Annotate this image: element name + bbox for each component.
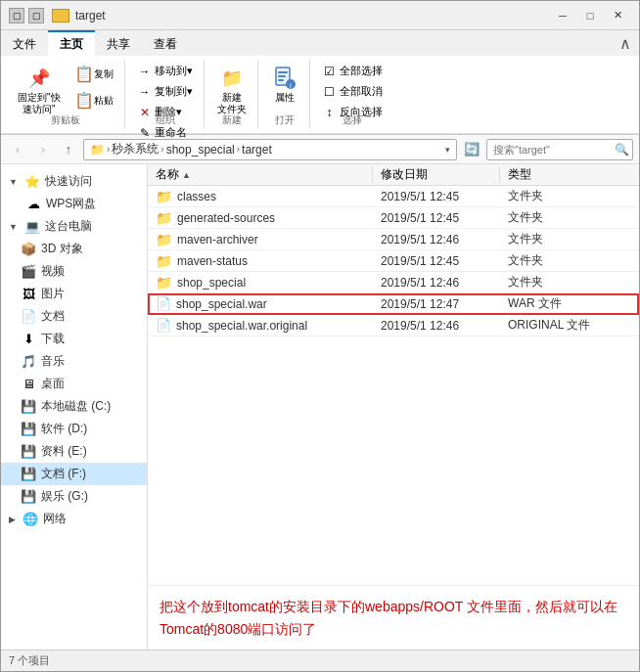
desktop-icon: 🖥 bbox=[21, 377, 36, 392]
clipboard-items: 📌 固定到"快速访问" 📋 复制 📋 粘贴 bbox=[13, 62, 118, 144]
col-type[interactable]: 类型 bbox=[500, 166, 639, 183]
sidebar-item-network[interactable]: ▶ 🌐 网络 bbox=[1, 508, 147, 530]
sidebar-item-wps[interactable]: ☁ WPS网盘 bbox=[1, 193, 147, 215]
sidebar-item-3d[interactable]: 📦 3D 对象 bbox=[1, 238, 147, 260]
ribbon: 文件 主页 共享 查看 ∧ 📌 固定到"快速访问" 📋 复 bbox=[1, 30, 639, 135]
col-name[interactable]: 名称 ▲ bbox=[148, 166, 373, 183]
pictures-icon: 🖼 bbox=[21, 287, 36, 302]
file-row-maven-archiver[interactable]: 📁 maven-archiver 2019/5/1 12:46 文件夹 bbox=[148, 229, 639, 250]
select-all-label: 全部选择 bbox=[340, 64, 383, 78]
file-cell-type-maven-status: 文件夹 bbox=[500, 252, 639, 269]
select-all-button[interactable]: ☑ 全部选择 bbox=[318, 62, 388, 80]
this-pc-label: 这台电脑 bbox=[45, 218, 92, 235]
file-cell-date-war: 2019/5/1 12:47 bbox=[373, 297, 500, 311]
col-date[interactable]: 修改日期 bbox=[373, 166, 500, 183]
ribbon-group-organize: → 移动到▾ → 复制到▾ ✕ 删除▾ ✎ 重命 bbox=[127, 60, 205, 129]
file-row-shop-special[interactable]: 📁 shop_special 2019/5/1 12:46 文件夹 bbox=[148, 272, 639, 293]
rename-icon: ✎ bbox=[138, 126, 152, 140]
col-name-label: 名称 bbox=[156, 166, 179, 183]
file-cell-name-generated: 📁 generated-sources bbox=[148, 210, 373, 226]
svg-rect-1 bbox=[278, 71, 288, 73]
svg-rect-3 bbox=[278, 79, 284, 81]
col-date-label: 修改日期 bbox=[381, 167, 428, 181]
tab-home[interactable]: 主页 bbox=[48, 30, 95, 56]
file-cell-date-maven-status: 2019/5/1 12:45 bbox=[373, 254, 500, 268]
file-row-original[interactable]: 📄 shop_special.war.original 2019/5/1 12:… bbox=[148, 315, 639, 336]
instruction-content: 把这个放到tomcat的安装目录下的webapps/ROOT 文件里面，然后就可… bbox=[160, 599, 617, 636]
sidebar-section: ▼ ⭐ 快速访问 ☁ WPS网盘 ▼ 💻 这台电脑 📦 3D 对象 bbox=[1, 168, 147, 532]
copy-to-button[interactable]: → 复制到▾ bbox=[133, 82, 198, 101]
properties-icon: i bbox=[271, 65, 298, 92]
sidebar-item-quick-access[interactable]: ▼ ⭐ 快速访问 bbox=[1, 170, 147, 193]
tab-view[interactable]: 查看 bbox=[142, 30, 189, 56]
ribbon-content: 📌 固定到"快速访问" 📋 复制 📋 粘贴 剪贴板 bbox=[1, 56, 639, 134]
sort-arrow: ▲ bbox=[182, 170, 191, 180]
new-folder-button[interactable]: 📁 新建文件夹 bbox=[212, 62, 251, 118]
file-list: 📁 classes 2019/5/1 12:45 文件夹 📁 generated… bbox=[148, 186, 639, 585]
col-type-label: 类型 bbox=[508, 167, 531, 181]
path-dropdown-icon[interactable]: ▾ bbox=[445, 145, 450, 155]
sidebar-item-music[interactable]: 🎵 音乐 bbox=[1, 350, 147, 373]
file-name-war: shop_special.war bbox=[176, 297, 267, 311]
file-cell-name-war: 📄 shop_special.war bbox=[148, 296, 373, 311]
close-button[interactable]: ✕ bbox=[604, 6, 631, 25]
sidebar-item-desktop[interactable]: 🖥 桌面 bbox=[1, 373, 147, 395]
sidebar-item-e[interactable]: 💾 资料 (E:) bbox=[1, 440, 147, 463]
ribbon-collapse[interactable]: ∧ bbox=[612, 30, 639, 56]
file-name-generated: generated-sources bbox=[177, 211, 275, 225]
instruction-text: 把这个放到tomcat的安装目录下的webapps/ROOT 文件里面，然后就可… bbox=[148, 585, 639, 650]
file-row-war[interactable]: 📄 shop_special.war 2019/5/1 12:47 WAR 文件 bbox=[148, 293, 639, 315]
deselect-all-icon: ☐ bbox=[323, 85, 337, 99]
path-root-icon: 📁 bbox=[90, 143, 105, 157]
disk-f-label: 文档 (F:) bbox=[41, 466, 86, 482]
sidebar-item-f[interactable]: 💾 文档 (F:) bbox=[1, 463, 147, 485]
war-file-icon: 📄 bbox=[156, 296, 171, 311]
sidebar-item-videos[interactable]: 🎬 视频 bbox=[1, 260, 147, 283]
folder-icon-maven-status: 📁 bbox=[156, 253, 172, 269]
file-cell-type-war: WAR 文件 bbox=[500, 295, 639, 312]
file-cell-date-maven-archiver: 2019/5/1 12:46 bbox=[373, 233, 500, 246]
svg-text:i: i bbox=[290, 81, 292, 90]
tab-file[interactable]: 文件 bbox=[1, 30, 48, 56]
file-list-header: 名称 ▲ 修改日期 类型 bbox=[148, 164, 639, 186]
file-cell-type-original: ORIGINAL 文件 bbox=[500, 317, 639, 334]
file-row-maven-status[interactable]: 📁 maven-status 2019/5/1 12:45 文件夹 bbox=[148, 250, 639, 272]
copy-button[interactable]: 📋 复制 bbox=[69, 62, 118, 86]
minimize-button[interactable]: ─ bbox=[549, 6, 576, 25]
tab-share[interactable]: 共享 bbox=[95, 30, 142, 56]
clipboard-label: 剪贴板 bbox=[51, 113, 80, 127]
sidebar-item-downloads[interactable]: ⬇ 下载 bbox=[1, 328, 147, 350]
paste-button[interactable]: 📋 粘贴 bbox=[69, 88, 118, 112]
status-bar: 7 个项目 bbox=[1, 650, 639, 671]
pin-label: 固定到"快速访问" bbox=[18, 92, 61, 115]
sidebar-item-d[interactable]: 💾 软件 (D:) bbox=[1, 418, 147, 440]
pin-button[interactable]: 📌 固定到"快速访问" bbox=[13, 62, 66, 118]
search-wrapper: 🔍 bbox=[486, 139, 633, 160]
title-folder-icon bbox=[52, 9, 69, 22]
documents-label: 文档 bbox=[41, 308, 65, 325]
sidebar-item-pictures[interactable]: 🖼 图片 bbox=[1, 283, 147, 305]
desktop-label: 桌面 bbox=[41, 376, 65, 392]
file-row-generated[interactable]: 📁 generated-sources 2019/5/1 12:45 文件夹 bbox=[148, 207, 639, 229]
sidebar-item-this-pc[interactable]: ▼ 💻 这台电脑 bbox=[1, 215, 147, 238]
disk-g-icon: 💾 bbox=[21, 489, 36, 505]
move-to-button[interactable]: → 移动到▾ bbox=[133, 62, 198, 80]
deselect-all-button[interactable]: ☐ 全部取消 bbox=[318, 82, 388, 101]
path-segment-2[interactable]: target bbox=[242, 143, 272, 157]
properties-button[interactable]: i 属性 bbox=[266, 62, 303, 107]
file-name-original: shop_special.war.original bbox=[176, 319, 307, 333]
copy-icon: 📋 bbox=[74, 65, 94, 83]
ribbon-group-select: ☑ 全部选择 ☐ 全部取消 ↕ 反向选择 选择 bbox=[312, 60, 393, 129]
sidebar-item-g[interactable]: 💾 娱乐 (G:) bbox=[1, 485, 147, 508]
search-input[interactable] bbox=[486, 139, 633, 160]
maximize-button[interactable]: □ bbox=[576, 6, 604, 25]
file-cell-date-generated: 2019/5/1 12:45 bbox=[373, 211, 500, 225]
rename-label: 重命名 bbox=[155, 125, 187, 140]
sidebar-item-c[interactable]: 💾 本地磁盘 (C:) bbox=[1, 395, 147, 418]
select-btns: ☑ 全部选择 ☐ 全部取消 ↕ 反向选择 bbox=[318, 62, 388, 121]
window-title: target bbox=[75, 9, 549, 22]
sidebar-item-documents[interactable]: 📄 文档 bbox=[1, 305, 147, 328]
refresh-button[interactable]: 🔄 bbox=[461, 139, 482, 160]
file-row-classes[interactable]: 📁 classes 2019/5/1 12:45 文件夹 bbox=[148, 186, 639, 207]
disk-c-label: 本地磁盘 (C:) bbox=[41, 398, 111, 415]
